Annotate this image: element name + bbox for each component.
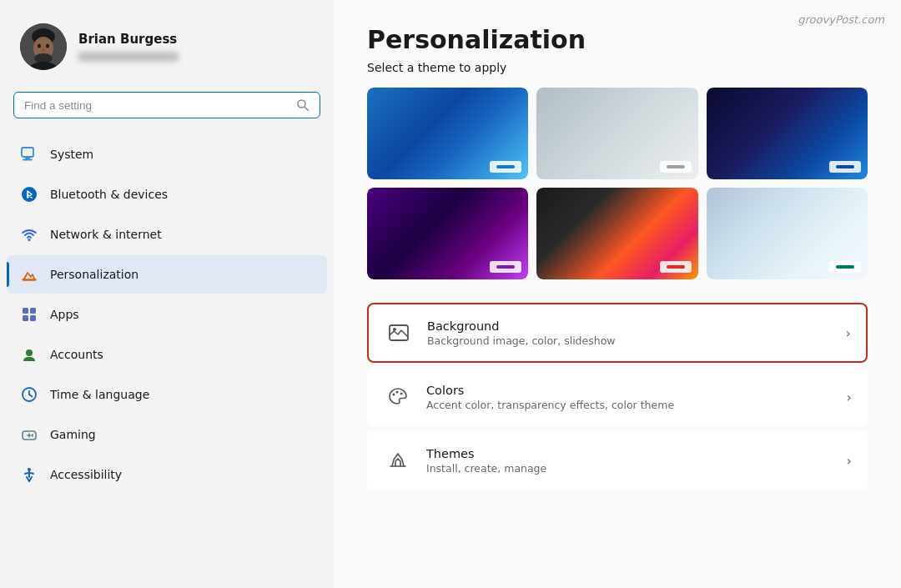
nav-list: System Bluetooth & devices bbox=[0, 132, 334, 497]
system-icon bbox=[20, 145, 38, 163]
sidebar-item-apps-label: Apps bbox=[50, 308, 79, 321]
sidebar-item-system[interactable]: System bbox=[7, 135, 327, 173]
sidebar-item-accounts-label: Accounts bbox=[50, 348, 103, 361]
theme-taskbar-1 bbox=[490, 161, 521, 173]
svg-point-19 bbox=[26, 349, 33, 356]
svg-point-34 bbox=[400, 393, 403, 395]
sidebar-item-bluetooth[interactable]: Bluetooth & devices bbox=[7, 175, 327, 214]
themes-grid bbox=[367, 88, 868, 279]
theme-thumb-4[interactable] bbox=[367, 188, 528, 279]
chevron-right-icon-themes: › bbox=[847, 453, 852, 469]
settings-item-background-title: Background bbox=[427, 319, 838, 333]
settings-item-colors-text: Colors Accent color, transparency effect… bbox=[426, 384, 838, 411]
theme-thumb-6[interactable] bbox=[707, 188, 868, 279]
sidebar-item-network-label: Network & internet bbox=[50, 228, 162, 241]
svg-point-14 bbox=[28, 239, 31, 241]
themes-icon bbox=[383, 445, 413, 475]
search-box[interactable] bbox=[13, 92, 320, 118]
theme-taskbar-6 bbox=[829, 261, 861, 273]
svg-line-9 bbox=[305, 107, 309, 111]
sidebar-item-personalization[interactable]: Personalization bbox=[7, 255, 327, 294]
svg-point-26 bbox=[32, 434, 33, 435]
sidebar-item-bluetooth-label: Bluetooth & devices bbox=[50, 188, 168, 201]
gaming-icon bbox=[20, 425, 38, 444]
theme-taskbar-4 bbox=[490, 261, 521, 273]
avatar bbox=[20, 23, 67, 70]
apps-icon bbox=[20, 305, 38, 324]
theme-taskbar-2 bbox=[660, 161, 692, 173]
chevron-right-icon-colors: › bbox=[847, 389, 852, 405]
settings-item-themes-text: Themes Install, create, manage bbox=[426, 447, 838, 475]
sidebar-item-gaming[interactable]: Gaming bbox=[7, 415, 327, 454]
accounts-icon bbox=[20, 345, 38, 364]
svg-point-33 bbox=[396, 391, 399, 394]
watermark: groovyPost.com bbox=[798, 13, 884, 26]
svg-point-3 bbox=[38, 44, 41, 48]
user-name: Brian Burgess bbox=[78, 32, 179, 47]
sidebar-item-system-label: System bbox=[50, 148, 93, 161]
theme-thumb-1[interactable] bbox=[367, 88, 528, 179]
settings-item-colors-subtitle: Accent color, transparency effects, colo… bbox=[426, 399, 838, 411]
sidebar: Brian Burgess System bbox=[0, 0, 334, 588]
svg-point-31 bbox=[393, 328, 396, 331]
chevron-right-icon: › bbox=[846, 325, 851, 341]
sidebar-item-personalization-label: Personalization bbox=[50, 268, 138, 281]
svg-point-13 bbox=[22, 187, 37, 202]
svg-rect-17 bbox=[23, 315, 28, 321]
background-icon bbox=[384, 318, 414, 348]
svg-rect-18 bbox=[30, 315, 36, 321]
user-email-blur bbox=[78, 52, 179, 62]
sidebar-item-apps[interactable]: Apps bbox=[7, 295, 327, 334]
settings-item-background-text: Background Background image, color, slid… bbox=[427, 319, 838, 347]
settings-item-background-subtitle: Background image, color, slideshow bbox=[427, 334, 838, 347]
settings-item-themes[interactable]: Themes Install, create, manage › bbox=[367, 431, 868, 490]
sidebar-item-time-label: Time & language bbox=[50, 388, 149, 401]
search-icon bbox=[296, 98, 310, 112]
sidebar-item-accessibility-label: Accessibility bbox=[50, 468, 122, 481]
sidebar-item-accessibility[interactable]: Accessibility bbox=[7, 455, 327, 494]
bluetooth-icon bbox=[20, 185, 38, 204]
svg-point-32 bbox=[393, 394, 395, 396]
page-title: Personalization bbox=[367, 25, 868, 54]
theme-taskbar-5 bbox=[660, 261, 692, 273]
settings-item-colors-title: Colors bbox=[426, 384, 838, 397]
search-input[interactable] bbox=[24, 99, 289, 112]
theme-taskbar-3 bbox=[829, 161, 861, 173]
network-icon bbox=[20, 225, 38, 244]
svg-point-5 bbox=[43, 48, 45, 52]
sidebar-item-gaming-label: Gaming bbox=[50, 428, 96, 441]
themes-label: Select a theme to apply bbox=[367, 61, 868, 74]
user-info: Brian Burgess bbox=[78, 32, 179, 62]
sidebar-item-accounts[interactable]: Accounts bbox=[7, 335, 327, 374]
sidebar-item-time[interactable]: Time & language bbox=[7, 375, 327, 414]
theme-thumb-5[interactable] bbox=[536, 188, 697, 279]
svg-rect-15 bbox=[23, 308, 28, 314]
theme-thumb-2[interactable] bbox=[536, 88, 697, 179]
settings-item-background[interactable]: Background Background image, color, slid… bbox=[367, 303, 868, 363]
colors-icon bbox=[383, 382, 413, 412]
personalization-icon bbox=[20, 265, 38, 284]
theme-thumb-3[interactable] bbox=[707, 88, 868, 179]
svg-rect-16 bbox=[30, 308, 36, 314]
search-container bbox=[0, 87, 334, 132]
svg-point-27 bbox=[32, 435, 33, 437]
svg-point-4 bbox=[46, 44, 49, 48]
settings-item-themes-title: Themes bbox=[426, 447, 838, 460]
time-icon bbox=[20, 385, 38, 404]
accessibility-icon bbox=[20, 465, 38, 484]
sidebar-item-network[interactable]: Network & internet bbox=[7, 215, 327, 254]
settings-list: Background Background image, color, slid… bbox=[367, 303, 868, 490]
svg-rect-10 bbox=[22, 148, 33, 157]
settings-item-colors[interactable]: Colors Accent color, transparency effect… bbox=[367, 368, 868, 426]
svg-line-22 bbox=[29, 395, 33, 397]
user-section: Brian Burgess bbox=[0, 0, 334, 87]
settings-item-themes-subtitle: Install, create, manage bbox=[426, 462, 838, 475]
main-content: groovyPost.com Personalization Select a … bbox=[334, 0, 901, 588]
